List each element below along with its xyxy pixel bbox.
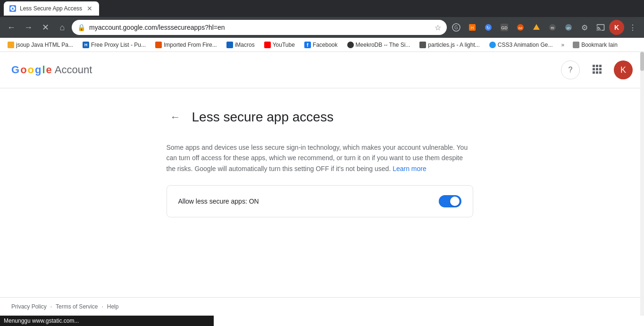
extension-1-icon[interactable]: G xyxy=(449,20,464,35)
address-bar[interactable]: 🔒 myaccount.google.com/lesssecureapps?hl… xyxy=(72,20,447,35)
user-avatar-button[interactable]: K xyxy=(614,60,633,79)
bookmark-particles-label: particles.js - A light... xyxy=(428,42,479,48)
settings-icon[interactable]: ⚙ xyxy=(577,20,592,35)
bookmark-particles-favicon xyxy=(419,42,426,48)
logo-letter-o2: o xyxy=(28,64,34,76)
privacy-policy-link[interactable]: Privacy Policy xyxy=(11,303,47,310)
tab-bar: Less Secure App Access ✕ xyxy=(0,0,644,17)
page-header: ← Less secure app access xyxy=(167,107,535,127)
footer-dot-1: · xyxy=(50,303,52,310)
bookmarks-bar: jsoup Java HTML Pa... H Free Proxy List … xyxy=(0,38,644,52)
google-account-logo[interactable]: G o o g l e Account xyxy=(11,64,92,76)
svg-rect-17 xyxy=(599,65,602,67)
avatar-nav-icon[interactable]: K xyxy=(609,20,624,35)
bookmark-imported-label: Imported From Fire... xyxy=(164,42,217,48)
extension-3-icon[interactable]: ↻ xyxy=(481,20,496,35)
logo-letter-o1: o xyxy=(20,64,26,76)
logo-letter-g: G xyxy=(11,64,19,76)
extension-2-icon[interactable]: H xyxy=(465,20,480,35)
bookmark-facebook-label: Facebook xyxy=(313,42,338,48)
svg-text:sh: sh xyxy=(567,26,570,30)
bookmark-imacros[interactable]: iMacros xyxy=(223,41,259,49)
bookmark-youtube[interactable]: YouTube xyxy=(260,41,299,49)
more-bookmarks-button[interactable]: » xyxy=(558,41,567,49)
active-tab[interactable]: Less Secure App Access ✕ xyxy=(4,1,99,16)
bookmark-meekro[interactable]: MeekroDB -- The Si... xyxy=(343,41,414,49)
bookmark-facebook[interactable]: f Facebook xyxy=(301,41,342,49)
main-content: ← Less secure app access Some apps and d… xyxy=(110,88,535,236)
bookmark-imported-favicon xyxy=(155,42,162,48)
forward-button[interactable]: → xyxy=(21,20,36,35)
help-button[interactable]: ? xyxy=(561,60,580,79)
scrollbar-thumb[interactable] xyxy=(640,52,644,71)
svg-rect-23 xyxy=(599,71,602,74)
home-button[interactable]: ⌂ xyxy=(55,20,70,35)
header-icons: ? K xyxy=(561,60,633,79)
toggle-slider xyxy=(439,195,461,207)
bookmark-proxy-favicon: H xyxy=(83,42,89,48)
tab-close-button[interactable]: ✕ xyxy=(86,4,93,13)
google-account-header: G o o g l e Account ? xyxy=(0,52,644,88)
bookmark-iain-label: Bookmark Iain xyxy=(581,42,618,48)
page-description: Some apps and devices use less secure si… xyxy=(167,142,473,174)
status-bar: Menunggu www.gstatic.com... xyxy=(0,316,214,326)
bookmark-imacros-label: iMacros xyxy=(235,42,255,48)
bookmark-jsoup-favicon xyxy=(8,42,14,48)
browser-chrome: Less Secure App Access ✕ ← → ✕ ⌂ 🔒 myacc… xyxy=(0,0,644,52)
footer-dot-2: · xyxy=(101,303,103,310)
bookmark-proxy[interactable]: H Free Proxy List - Pu... xyxy=(79,41,150,49)
svg-text:H: H xyxy=(471,26,474,30)
url-text: myaccount.google.com/lesssecureapps?hl=e… xyxy=(89,24,431,31)
extension-7-icon[interactable]: m xyxy=(545,20,560,35)
setting-card: Allow less secure apps: ON xyxy=(167,185,473,217)
setting-label-text: Allow less secure apps: ON xyxy=(178,197,259,205)
scrollbar-track xyxy=(640,52,644,316)
extension-8-icon[interactable]: sh xyxy=(561,20,576,35)
bookmark-jsoup[interactable]: jsoup Java HTML Pa... xyxy=(4,41,77,49)
avatar-letter: K xyxy=(620,65,626,75)
bookmark-css3-label: CSS3 Animation Ge... xyxy=(498,42,553,48)
logo-letter-l: l xyxy=(42,64,45,76)
toggle-switch[interactable] xyxy=(439,195,461,207)
svg-rect-22 xyxy=(596,71,598,74)
reload-button[interactable]: ✕ xyxy=(38,20,53,35)
extension-6-icon[interactable] xyxy=(529,20,544,35)
svg-rect-18 xyxy=(593,68,595,70)
bookmark-youtube-label: YouTube xyxy=(273,42,295,48)
learn-more-link[interactable]: Learn more xyxy=(393,165,427,172)
bookmark-meekro-label: MeekroDB -- The Si... xyxy=(356,42,410,48)
svg-rect-19 xyxy=(596,68,598,70)
terms-of-service-link[interactable]: Terms of Service xyxy=(56,303,98,310)
tab-title: Less Secure App Access xyxy=(20,5,82,12)
apps-button[interactable] xyxy=(587,60,606,79)
svg-rect-15 xyxy=(593,65,595,67)
bookmark-imported[interactable]: Imported From Fire... xyxy=(151,41,221,49)
svg-text:G: G xyxy=(454,25,458,30)
bookmark-star-icon[interactable]: ☆ xyxy=(435,23,441,32)
bookmark-iain-favicon xyxy=(573,42,579,48)
back-button-page[interactable]: ← xyxy=(167,107,184,127)
back-button[interactable]: ← xyxy=(4,20,19,35)
bookmark-particles[interactable]: particles.js - A light... xyxy=(416,41,483,49)
menu-icon[interactable]: ⋮ xyxy=(625,20,640,35)
tab-favicon xyxy=(9,5,16,12)
cast-icon[interactable] xyxy=(593,20,608,35)
bookmark-proxy-label: Free Proxy List - Pu... xyxy=(91,42,146,48)
extension-4-icon[interactable]: GD xyxy=(497,20,512,35)
extension-5-icon[interactable]: iM xyxy=(513,20,528,35)
status-text: Menunggu www.gstatic.com... xyxy=(4,317,79,324)
svg-rect-20 xyxy=(599,68,602,70)
lock-icon: 🔒 xyxy=(77,24,85,31)
bookmark-facebook-favicon: f xyxy=(304,42,311,48)
svg-text:iM: iM xyxy=(519,26,523,30)
svg-text:GD: GD xyxy=(501,26,508,30)
bookmark-iain[interactable]: Bookmark Iain xyxy=(569,41,621,49)
help-link[interactable]: Help xyxy=(107,303,119,310)
svg-marker-10 xyxy=(533,24,540,30)
bookmark-css3[interactable]: CSS3 Animation Ge... xyxy=(485,41,557,49)
bookmark-jsoup-label: jsoup Java HTML Pa... xyxy=(16,42,73,48)
bookmark-css3-favicon xyxy=(489,42,496,48)
page-title: Less secure app access xyxy=(192,110,334,125)
nav-bar: ← → ✕ ⌂ 🔒 myaccount.google.com/lesssecur… xyxy=(0,17,644,38)
back-arrow-icon: ← xyxy=(170,111,181,123)
